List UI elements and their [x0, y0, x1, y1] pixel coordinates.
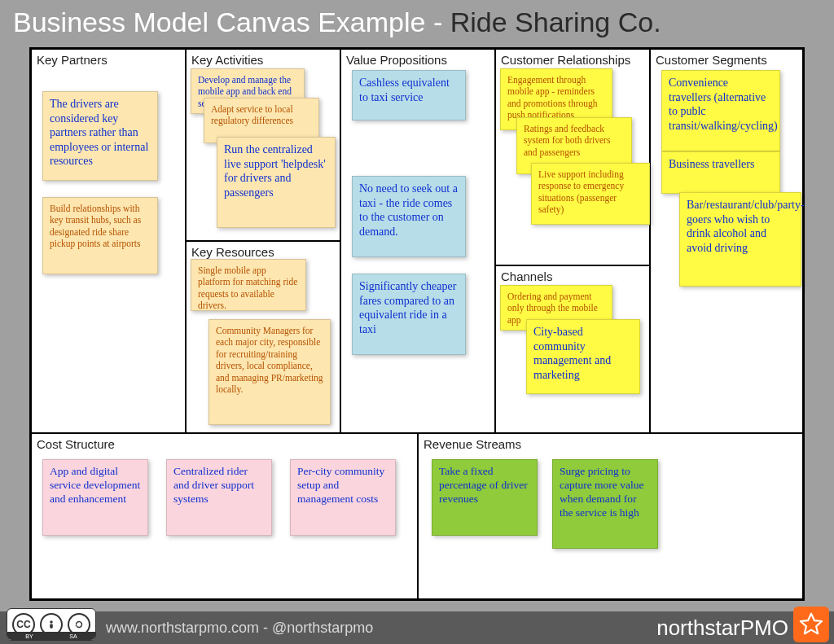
cell-title-key-activities: Key Activities: [187, 50, 340, 70]
sticky-cost-2: Centralized rider and driver support sys…: [166, 459, 272, 536]
cell-title-customer-segments: Customer Segments: [651, 50, 802, 70]
sticky-cust-seg-1: Convenience travellers (alternative to p…: [661, 70, 780, 151]
cc-band: BY SA: [7, 632, 95, 640]
sticky-key-resources-2: Community Managers for each major city, …: [208, 319, 331, 425]
sticky-channels-2: City-based community management and mark…: [526, 319, 640, 394]
cc-sa-label: SA: [69, 633, 77, 639]
sticky-cust-seg-3: Bar/restaurant/club/party-goers who wish…: [679, 192, 801, 287]
cell-title-cost-structure: Cost Structure: [32, 434, 417, 454]
cell-title-revenue-streams: Revenue Streams: [419, 434, 802, 454]
footer-url: www.northstarpmo.com - @northstarpmo: [106, 620, 373, 637]
sticky-key-partners-1: The drivers are considered key partners …: [42, 91, 158, 181]
cell-title-key-partners: Key Partners: [32, 50, 185, 70]
sticky-cust-seg-2: Business travellers: [661, 151, 780, 194]
sticky-value-prop-1: Cashless equivalent to taxi service: [352, 70, 466, 120]
cc-license-badge: CC BY SA: [7, 608, 96, 641]
sticky-key-partners-2: Build relationships with key transit hub…: [42, 197, 158, 274]
star-icon: [798, 611, 824, 637]
cc-by-label: BY: [25, 633, 33, 639]
svg-point-0: [50, 620, 53, 624]
cell-title-channels: Channels: [496, 266, 649, 287]
footer-bar: www.northstarpmo.com - @northstarpmo nor…: [0, 611, 834, 644]
footer-brand: northstarPMO: [656, 616, 788, 641]
title-prefix: Business Model Canvas Example -: [13, 7, 450, 37]
svg-rect-1: [50, 624, 53, 628]
sticky-key-resources-1: Single mobile app platform for matching …: [191, 259, 306, 311]
page-title: Business Model Canvas Example - Ride Sha…: [13, 7, 821, 38]
sticky-value-prop-2: No need to seek out a taxi - the ride co…: [352, 176, 466, 257]
cell-title-value-propositions: Value Propositions: [341, 50, 494, 70]
sticky-value-prop-3: Significantly cheaper fares compared to …: [352, 274, 466, 355]
title-subject: Ride Sharing Co.: [450, 7, 661, 37]
star-badge: [793, 607, 829, 642]
cell-title-customer-relationships: Customer Relationships: [496, 50, 649, 70]
sticky-rev-1: Take a fixed percentage of driver revenu…: [432, 459, 538, 536]
business-model-canvas: Key Partners Key Activities Key Resource…: [29, 47, 805, 601]
sticky-cost-3: Per-city community setup and management …: [290, 459, 396, 536]
sticky-cost-1: App and digital service development and …: [42, 459, 148, 536]
sticky-key-activities-3: Run the centralized live support 'helpde…: [217, 137, 336, 228]
sticky-rev-2: Surge pricing to capture more value when…: [552, 459, 658, 549]
sticky-cust-rel-3: Live support including response to emerg…: [531, 163, 650, 225]
